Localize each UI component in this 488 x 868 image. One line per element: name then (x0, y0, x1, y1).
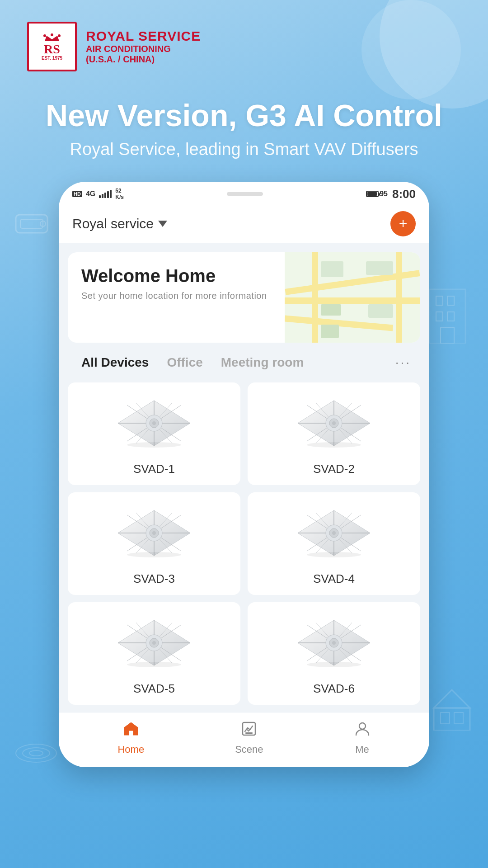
welcome-card: Welcome Home Set your home location for … (68, 252, 420, 343)
svg-point-29 (152, 421, 156, 425)
brand-name: ROYAL SERVICE (86, 28, 201, 44)
svg-point-19 (58, 34, 61, 37)
device-icon-svad6 (293, 611, 375, 675)
svg-point-41 (307, 442, 361, 448)
me-icon (354, 721, 371, 741)
device-name-svad5: SVAD-5 (133, 682, 175, 696)
svg-point-52 (127, 552, 181, 557)
device-icon-svad5 (113, 611, 195, 675)
status-bar: HD 4G 52K/s (59, 182, 429, 205)
logo-box: RS EST. 1975 (27, 22, 77, 71)
battery-indicator: 95 (366, 190, 388, 198)
device-name-svad4: SVAD-4 (313, 572, 355, 586)
device-name-svad3: SVAD-3 (133, 572, 175, 586)
device-icon-svad4 (293, 501, 375, 565)
logo-rs: RS (44, 42, 60, 56)
header: RS EST. 1975 ROYAL SERVICE AIR CONDITION… (0, 0, 488, 85)
map-thumbnail (285, 252, 420, 343)
phone-mockup: HD 4G 52K/s (59, 182, 429, 767)
status-left: HD 4G 52K/s (72, 188, 124, 201)
scene-icon (241, 721, 257, 741)
svg-point-85 (307, 662, 361, 667)
hero-section: New Version, G3 AI Control Royal Service… (0, 85, 488, 182)
nav-scene[interactable]: Scene (235, 721, 263, 755)
hero-title: New Version, G3 AI Control (27, 99, 461, 132)
add-button[interactable]: + (390, 211, 416, 236)
svg-point-74 (127, 662, 181, 667)
phone-container: HD 4G 52K/s (0, 182, 488, 803)
clock: 8:00 (392, 187, 416, 201)
svg-rect-87 (245, 732, 253, 734)
svg-point-17 (43, 34, 46, 37)
nav-home[interactable]: Home (117, 721, 144, 755)
location-selector[interactable]: Royal service (72, 216, 167, 231)
dropdown-arrow-icon[interactable] (158, 221, 167, 227)
device-card-svad2[interactable]: SVAD-2 (248, 382, 420, 485)
hd-badge: HD (72, 191, 82, 197)
me-label: Me (355, 744, 369, 755)
home-label: Home (117, 744, 144, 755)
device-card-svad4[interactable]: SVAD-4 (248, 492, 420, 595)
svg-point-84 (332, 641, 336, 645)
tab-meeting-room[interactable]: Meeting room (212, 350, 313, 375)
signal-bars (99, 190, 112, 198)
device-icon-svad3 (113, 501, 195, 565)
battery-level: 95 (380, 190, 388, 198)
tabs-bar: All Devices Office Meeting room ··· (68, 350, 420, 375)
device-name-svad6: SVAD-6 (313, 682, 355, 696)
device-icon-svad2 (293, 392, 375, 455)
device-name-svad2: SVAD-2 (313, 462, 355, 476)
brand-country: (U.S.A. / CHINA) (86, 54, 201, 65)
device-name-svad1: SVAD-1 (133, 462, 175, 476)
nav-me[interactable]: Me (354, 721, 371, 755)
device-grid: SVAD-1 (59, 375, 429, 712)
logo-est: EST. 1975 (42, 56, 62, 61)
device-card-svad5[interactable]: SVAD-5 (68, 602, 240, 705)
hero-subtitle: Royal Service, leading in Smart VAV Diff… (27, 140, 461, 159)
status-right: 95 8:00 (366, 187, 416, 201)
svg-point-63 (307, 552, 361, 557)
add-icon: + (399, 215, 408, 232)
device-card-svad3[interactable]: SVAD-3 (68, 492, 240, 595)
tabs-more-dots[interactable]: ··· (391, 350, 416, 375)
svg-point-51 (152, 531, 156, 535)
device-card-svad6[interactable]: SVAD-6 (248, 602, 420, 705)
home-icon (123, 721, 139, 741)
device-card-svad1[interactable]: SVAD-1 (68, 382, 240, 485)
logo-text: ROYAL SERVICE AIR CONDITIONING (U.S.A. /… (86, 28, 201, 65)
app-bar: Royal service + (59, 205, 429, 243)
bottom-nav: Home Scene (59, 712, 429, 767)
brand-sub: AIR CONDITIONING (86, 44, 201, 54)
svg-point-73 (152, 641, 156, 645)
network-type: 4G (86, 190, 95, 198)
svg-point-30 (127, 442, 181, 448)
svg-point-62 (332, 531, 336, 535)
tab-all-devices[interactable]: All Devices (72, 350, 158, 375)
svg-point-88 (359, 723, 366, 729)
speed-text: 52K/s (115, 188, 124, 201)
svg-marker-16 (45, 36, 59, 41)
location-name: Royal service (72, 216, 154, 231)
svg-point-40 (332, 421, 336, 425)
notch (227, 192, 263, 196)
scene-label: Scene (235, 744, 263, 755)
tab-office[interactable]: Office (158, 350, 211, 375)
svg-point-18 (51, 33, 53, 36)
device-icon-svad1 (113, 392, 195, 455)
